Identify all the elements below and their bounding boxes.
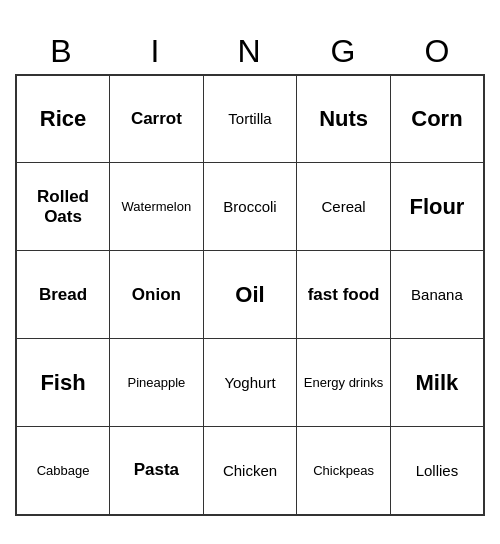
grid-cell-4-4: Lollies xyxy=(390,427,484,515)
grid-cell-2-2: Oil xyxy=(203,251,297,339)
grid-cell-0-0: Rice xyxy=(16,75,110,163)
cell-text-1-0: Rolled Oats xyxy=(21,167,105,246)
cell-text-4-3: Chickpeas xyxy=(301,431,386,510)
header-letter-i: I xyxy=(109,29,203,74)
cell-text-1-1: Watermelon xyxy=(114,167,199,246)
grid-cell-2-0: Bread xyxy=(16,251,110,339)
cell-text-3-3: Energy drinks xyxy=(301,343,386,422)
cell-text-2-1: Onion xyxy=(114,255,199,334)
grid-cell-3-1: Pineapple xyxy=(110,339,204,427)
cell-text-4-1: Pasta xyxy=(114,431,199,510)
cell-text-2-3: fast food xyxy=(301,255,386,334)
cell-text-0-1: Carrot xyxy=(114,79,199,158)
grid-cell-0-1: Carrot xyxy=(110,75,204,163)
grid-cell-2-4: Banana xyxy=(390,251,484,339)
grid-cell-4-3: Chickpeas xyxy=(297,427,391,515)
grid-cell-1-0: Rolled Oats xyxy=(16,163,110,251)
grid-cell-1-1: Watermelon xyxy=(110,163,204,251)
grid-cell-4-2: Chicken xyxy=(203,427,297,515)
cell-text-2-2: Oil xyxy=(208,255,293,334)
cell-text-1-2: Broccoli xyxy=(208,167,293,246)
grid-cell-0-3: Nuts xyxy=(297,75,391,163)
cell-text-1-3: Cereal xyxy=(301,167,386,246)
cell-text-4-0: Cabbage xyxy=(21,431,105,510)
grid-row-1: Rolled OatsWatermelonBroccoliCerealFlour xyxy=(16,163,484,251)
bingo-card: BINGO RiceCarrotTortillaNutsCornRolled O… xyxy=(15,29,485,516)
header-letter-g: G xyxy=(297,29,391,74)
grid-cell-4-1: Pasta xyxy=(110,427,204,515)
grid-cell-0-4: Corn xyxy=(390,75,484,163)
cell-text-3-0: Fish xyxy=(21,343,105,422)
header-letter-o: O xyxy=(391,29,485,74)
grid-row-2: BreadOnionOilfast foodBanana xyxy=(16,251,484,339)
grid-cell-4-0: Cabbage xyxy=(16,427,110,515)
cell-text-3-1: Pineapple xyxy=(114,343,199,422)
cell-text-0-2: Tortilla xyxy=(208,79,293,158)
grid-row-0: RiceCarrotTortillaNutsCorn xyxy=(16,75,484,163)
bingo-grid: RiceCarrotTortillaNutsCornRolled OatsWat… xyxy=(15,74,485,516)
cell-text-3-2: Yoghurt xyxy=(208,343,293,422)
cell-text-2-0: Bread xyxy=(21,255,105,334)
cell-text-0-4: Corn xyxy=(395,79,479,158)
cell-text-4-2: Chicken xyxy=(208,431,293,510)
grid-row-3: FishPineappleYoghurtEnergy drinksMilk xyxy=(16,339,484,427)
cell-text-0-0: Rice xyxy=(21,79,105,158)
cell-text-0-3: Nuts xyxy=(301,79,386,158)
grid-cell-1-3: Cereal xyxy=(297,163,391,251)
grid-cell-2-3: fast food xyxy=(297,251,391,339)
header-letter-n: N xyxy=(203,29,297,74)
grid-cell-3-4: Milk xyxy=(390,339,484,427)
grid-row-4: CabbagePastaChickenChickpeasLollies xyxy=(16,427,484,515)
grid-cell-3-3: Energy drinks xyxy=(297,339,391,427)
cell-text-4-4: Lollies xyxy=(395,431,479,510)
grid-cell-3-0: Fish xyxy=(16,339,110,427)
grid-cell-3-2: Yoghurt xyxy=(203,339,297,427)
bingo-header: BINGO xyxy=(15,29,485,74)
grid-cell-1-4: Flour xyxy=(390,163,484,251)
grid-cell-1-2: Broccoli xyxy=(203,163,297,251)
grid-cell-0-2: Tortilla xyxy=(203,75,297,163)
cell-text-2-4: Banana xyxy=(395,255,479,334)
grid-cell-2-1: Onion xyxy=(110,251,204,339)
cell-text-1-4: Flour xyxy=(395,167,479,246)
header-letter-b: B xyxy=(15,29,109,74)
cell-text-3-4: Milk xyxy=(395,343,479,422)
